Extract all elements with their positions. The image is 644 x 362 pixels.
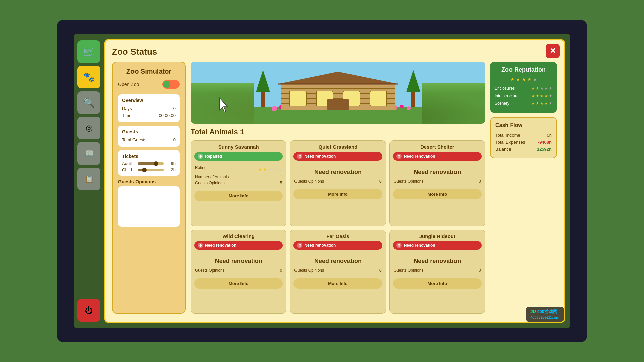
days-label: Days: [122, 106, 132, 111]
child-slider[interactable]: [138, 169, 164, 171]
svg-rect-16: [289, 91, 306, 106]
total-guests-row: Total Guests 0: [122, 136, 176, 143]
sidebar-btn-home[interactable]: 🐾: [77, 66, 100, 88]
more-info-btn-0[interactable]: More Info: [194, 191, 283, 201]
more-info-btn-3[interactable]: More Info: [194, 278, 283, 289]
open-zoo-label: Open Zoo: [118, 82, 139, 87]
sidebar-btn-book[interactable]: 📋: [77, 168, 100, 190]
enclosure-name-0: Sunny Savannah: [191, 141, 286, 152]
sidebar-btn-stats[interactable]: ◎: [77, 117, 100, 139]
page-title: Zoo Status: [112, 47, 557, 57]
close-button[interactable]: ✕: [546, 44, 560, 58]
more-info-btn-1[interactable]: More Info: [293, 189, 382, 199]
enclosure-card-4: Far Oasis ⚙ Need renovation Need renovat…: [290, 230, 386, 314]
enclosure-card-1: Quiet Grassland ⚙ Need renovation Need r…: [290, 140, 386, 226]
svg-point-5: [400, 105, 404, 108]
zoo-image: [191, 62, 485, 124]
sidebar-btn-search[interactable]: 🔍: [77, 91, 100, 114]
open-zoo-row: Open Zoo: [118, 80, 180, 89]
enclosure-name-3: Wild Clearing: [191, 230, 286, 241]
enclosure-body-2: Need renovation Guests Opinions0: [390, 163, 485, 186]
enclosure-body-4: Need renovation Guests Opinions0: [290, 252, 385, 276]
right-panel: Zoo Reputation ★ ★ ★ ★ ★ Enclosures ★★★★…: [490, 62, 557, 314]
content-area: Zoo Simulator Open Zoo Overview Days 0: [112, 62, 557, 314]
rep-scenery: Scenery ★★★★★: [495, 101, 552, 106]
child-row: Child 2h: [122, 167, 176, 172]
time-value: 00:00:00: [159, 113, 176, 118]
enclosure-name-5: Jungle Hideout: [390, 230, 485, 241]
svg-rect-19: [370, 91, 387, 106]
guests-section: Guests Total Guests 0: [118, 126, 180, 147]
more-info-btn-2[interactable]: More Info: [393, 189, 482, 199]
more-info-btn-5[interactable]: More Info: [393, 278, 482, 289]
sidebar-btn-power[interactable]: ⏻: [77, 299, 100, 322]
enclosure-card-2: Desert Shelter ⚙ Need renovation Need re…: [389, 140, 485, 226]
enclosure-status-3: ⚙ Need renovation: [194, 241, 283, 250]
days-value: 0: [173, 106, 176, 111]
enclosures-grid: Sunny Savannah ⚙ Repaired Rating★★☆☆☆ Nu…: [191, 140, 485, 314]
watermark: JU 400游戏网 4006525522.com: [526, 307, 564, 322]
guests-label: Guests: [122, 129, 176, 134]
reputation-overall-stars: ★ ★ ★ ★ ★: [495, 77, 552, 82]
time-row: Time 00:00:00: [122, 112, 176, 119]
cf-income: Total Income 0h: [495, 132, 552, 139]
enclosure-card-3: Wild Clearing ⚙ Need renovation Need ren…: [191, 230, 286, 314]
adult-label: Adult: [122, 161, 135, 166]
enclosure-name-1: Quiet Grassland: [290, 141, 385, 152]
enclosure-status-4: ⚙ Need renovation: [293, 241, 382, 250]
opinions-box: [118, 186, 180, 227]
enclosure-body-3: Need renovation Guests Opinions0: [191, 252, 286, 276]
child-label: Child: [122, 167, 135, 172]
svg-point-2: [272, 106, 277, 111]
monitor: 🛒 🐾 🔍 ◎ 📖 📋 ⏻ ✕ Zoo Status Zoo Simulator…: [57, 20, 587, 342]
left-panel: Zoo Simulator Open Zoo Overview Days 0: [112, 62, 186, 314]
sidebar-btn-shop[interactable]: 🛒: [77, 40, 100, 63]
enclosure-name-2: Desert Shelter: [390, 141, 485, 152]
adult-slider[interactable]: [138, 162, 164, 165]
total-guests-label: Total Guests: [122, 137, 146, 142]
main-window: ✕ Zoo Status Zoo Simulator Open Zoo Over…: [104, 39, 565, 323]
enclosure-card-5: Jungle Hideout ⚙ Need renovation Need re…: [389, 230, 485, 314]
overview-section: Overview Days 0 Time 00:00:00: [118, 94, 180, 122]
rep-infrastructure: Infrastructure ★★★★★: [495, 94, 552, 98]
enclosure-status-1: ⚙ Need renovation: [293, 152, 382, 161]
cf-expenses: Total Expenses -9408h: [495, 139, 552, 146]
total-guests-value: 0: [173, 137, 176, 142]
enclosure-name-4: Far Oasis: [290, 230, 385, 241]
screen: 🛒 🐾 🔍 ◎ 📖 📋 ⏻ ✕ Zoo Status Zoo Simulator…: [74, 34, 570, 328]
svg-point-6: [407, 106, 411, 110]
enclosure-body-5: Need renovation Guests Opinions0: [390, 252, 485, 276]
enclosure-card-0: Sunny Savannah ⚙ Repaired Rating★★☆☆☆ Nu…: [191, 140, 286, 226]
adult-value: 9h: [166, 161, 176, 166]
rep-enclosures: Enclosures ★★★★★: [495, 86, 552, 91]
tickets-section: Tickets Adult 9h Child: [118, 150, 180, 176]
cf-balance: Balance 12592h: [495, 146, 552, 153]
time-label: Time: [122, 113, 131, 118]
toggle-knob: [163, 81, 170, 88]
enclosure-status-0: ⚙ Repaired: [194, 152, 283, 161]
enclosure-body-0: Rating★★☆☆☆ Number of Animals1Guests Opi…: [191, 163, 286, 188]
sidebar: 🛒 🐾 🔍 ◎ 📖 📋 ⏻: [74, 34, 104, 328]
reputation-panel: Zoo Reputation ★ ★ ★ ★ ★ Enclosures ★★★★…: [490, 62, 557, 113]
sidebar-btn-info[interactable]: 📖: [77, 142, 100, 165]
reputation-title: Zoo Reputation: [495, 66, 552, 73]
tickets-label: Tickets: [122, 154, 176, 159]
svg-rect-20: [327, 99, 349, 110]
total-animals: Total Animals 1: [191, 128, 485, 136]
enclosure-body-1: Need renovation Guests Opinions0: [290, 163, 385, 186]
child-value: 2h: [166, 167, 176, 172]
open-zoo-toggle[interactable]: [162, 80, 180, 89]
opinions-label: Guests Opinions: [118, 179, 180, 184]
cashflow-title: Cash Flow: [495, 122, 552, 128]
zoo-name: Zoo Simulator: [118, 68, 180, 75]
cashflow-panel: Cash Flow Total Income 0h Total Expenses…: [490, 117, 557, 158]
overview-label: Overview: [122, 98, 176, 103]
enclosure-status-2: ⚙ Need renovation: [393, 152, 482, 161]
center-panel: Total Animals 1 Sunny Savannah ⚙ Repaire…: [191, 62, 485, 314]
enclosure-status-5: ⚙ Need renovation: [393, 241, 482, 250]
adult-row: Adult 9h: [122, 161, 176, 166]
days-row: Days 0: [122, 105, 176, 112]
more-info-btn-4[interactable]: More Info: [293, 278, 382, 289]
